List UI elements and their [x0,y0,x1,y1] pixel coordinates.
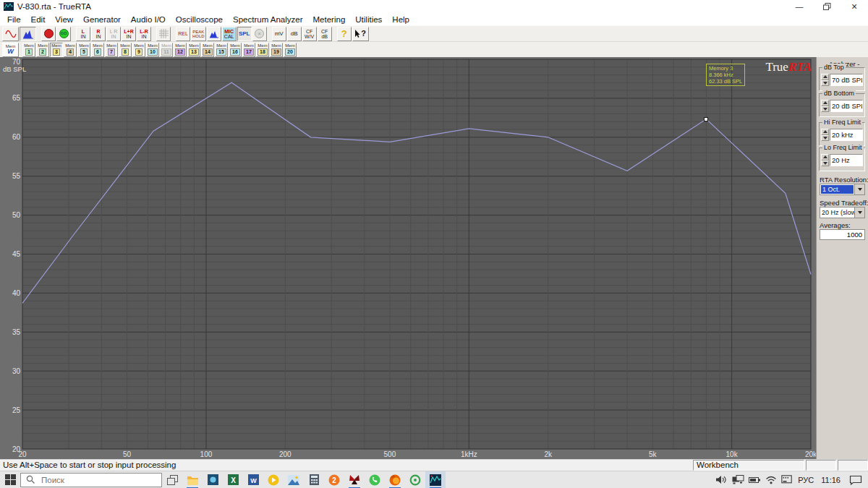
taskbar-app-firefox[interactable] [385,471,405,488]
wifi-icon[interactable] [765,476,777,484]
close-button[interactable]: × [841,0,868,13]
hi-freq-up-button[interactable] [821,129,829,135]
menu-audio-i-o[interactable]: Audio I/O [126,14,171,25]
restore-icon [823,3,831,10]
db-top-up-button[interactable] [821,74,829,80]
peak-hold-button[interactable]: PEAKHOLD [191,27,206,41]
db-top-field[interactable]: 70 dB SPL [830,74,863,86]
spectrum-icon [22,29,34,39]
mem-button-16[interactable]: Mem16 [229,43,242,57]
mini-spectrum-button[interactable] [207,27,221,41]
keyboard-layout-icon[interactable] [781,475,792,484]
hi-freq-field[interactable]: 20 kHz [830,129,863,141]
help-button[interactable]: ? [337,27,352,41]
taskbar-app-red[interactable] [344,471,365,488]
taskbar-app-photos[interactable] [203,471,223,488]
mem-button-8[interactable]: Mem8 [119,43,132,57]
mem-button-w[interactable]: Mem W [2,43,19,57]
mem-label: Mem [258,43,267,48]
mem-button-19[interactable]: Mem19 [270,43,283,57]
crest-factor-db-button[interactable]: CFdB [318,27,332,41]
mem-button-4[interactable]: Mem4 [64,43,77,57]
action-center-icon[interactable] [849,475,862,485]
menu-utilities[interactable]: Utilities [350,14,387,25]
taskbar-app-explorer[interactable] [182,471,203,488]
mem-button-14[interactable]: Mem14 [201,43,214,57]
db-units-button[interactable]: dB [287,27,302,41]
speed-tradeoff-dropdown[interactable]: 20 Hz (slow) [820,207,865,218]
mem-button-3[interactable]: Mem3 [50,43,63,57]
taskbar-app-calculator[interactable] [304,471,324,488]
battery-icon[interactable] [749,476,761,484]
db-bottom-field[interactable]: 20 dB SPL [830,100,863,112]
mem-button-9[interactable]: Mem9 [132,43,145,57]
lo-freq-up-button[interactable] [821,154,829,160]
language-indicator[interactable]: РУС [796,476,815,484]
lo-freq-down-button[interactable] [821,160,829,167]
menu-file[interactable]: File [2,14,26,25]
minimize-button[interactable]: — [786,0,813,13]
db-bottom-up-button[interactable] [821,100,829,106]
volume-icon[interactable] [715,475,728,484]
chart-marker[interactable] [704,117,708,121]
right-input-button[interactable]: RIN [91,27,106,41]
taskbar-app-2gis[interactable]: 2 [324,471,344,488]
menu-view[interactable]: View [50,14,78,25]
restore-button[interactable] [813,0,841,13]
menu-metering[interactable]: Metering [308,14,351,25]
db-top-down-button[interactable] [821,80,829,87]
taskbar-app-green-ring[interactable] [405,471,425,488]
clock[interactable]: 11:16 [820,476,842,484]
svg-text:5k: 5k [649,450,658,458]
search-input[interactable] [40,475,141,485]
menu-oscilloscope[interactable]: Oscilloscope [171,14,228,25]
mem-button-1[interactable]: Mem1 [22,43,35,57]
mem-button-17[interactable]: Mem17 [242,43,255,57]
taskbar-app-photo-viewer[interactable] [284,471,304,488]
mv-units-button[interactable]: mV [272,27,286,41]
l-plus-r-input-button[interactable]: L+RIN [122,27,136,41]
dropdown-arrow-icon[interactable] [854,207,864,218]
mem-button-15[interactable]: Mem15 [215,43,228,57]
spl-button[interactable]: SPL [237,27,252,41]
mem-button-18[interactable]: Mem18 [256,43,269,57]
context-help-button[interactable]: ? [352,27,369,41]
hi-freq-down-button[interactable] [821,135,829,142]
mic-cal-button[interactable]: MICCAL [222,27,237,41]
mem-button-2[interactable]: Mem2 [36,43,49,57]
mem-button-10[interactable]: Mem10 [146,43,159,57]
taskbar-app-whatsapp[interactable] [365,471,385,488]
taskbar-app-word[interactable]: W [243,471,263,488]
lo-freq-field[interactable]: 20 Hz [830,154,863,166]
menu-spectrum-analyzer[interactable]: Spectrum Analyzer [228,14,308,25]
mem-button-20[interactable]: Mem20 [284,43,297,57]
left-input-button[interactable]: LIN [76,27,90,41]
rel-button[interactable]: REL [176,27,190,41]
monitor-icon[interactable] [732,475,744,484]
averages-input[interactable] [820,229,865,240]
taskbar-app-excel[interactable]: X [223,471,243,488]
start-button[interactable] [0,471,20,488]
menu-help[interactable]: Help [387,14,414,25]
taskbar-app-truerta[interactable] [425,471,446,488]
mem-button-5[interactable]: Mem5 [77,43,90,57]
taskbar-app-media-player[interactable] [263,471,284,488]
mem-button-7[interactable]: Mem7 [105,43,118,57]
go-button[interactable]: GO [56,27,71,41]
menu-edit[interactable]: Edit [26,14,51,25]
mem-button-12[interactable]: Mem12 [174,43,187,57]
menu-generator[interactable]: Generator [78,14,126,25]
mem-label: Mem [216,43,226,48]
spectrum-analyzer-button[interactable] [20,27,36,41]
l-minus-r-input-button[interactable]: L-RIN [137,27,151,41]
dropdown-arrow-icon[interactable] [854,184,864,194]
mem-button-13[interactable]: Mem13 [187,43,200,57]
mem-button-6[interactable]: Mem6 [91,43,104,57]
crest-factor-wv-button[interactable]: CFW/V [302,27,317,41]
rta-resolution-dropdown[interactable]: 1 Oct. [820,184,865,195]
generator-sine-button[interactable] [2,27,19,41]
task-view-button[interactable] [162,471,182,488]
stop-button[interactable] [41,27,56,41]
db-bottom-down-button[interactable] [821,106,829,113]
taskbar-search[interactable] [20,473,162,487]
